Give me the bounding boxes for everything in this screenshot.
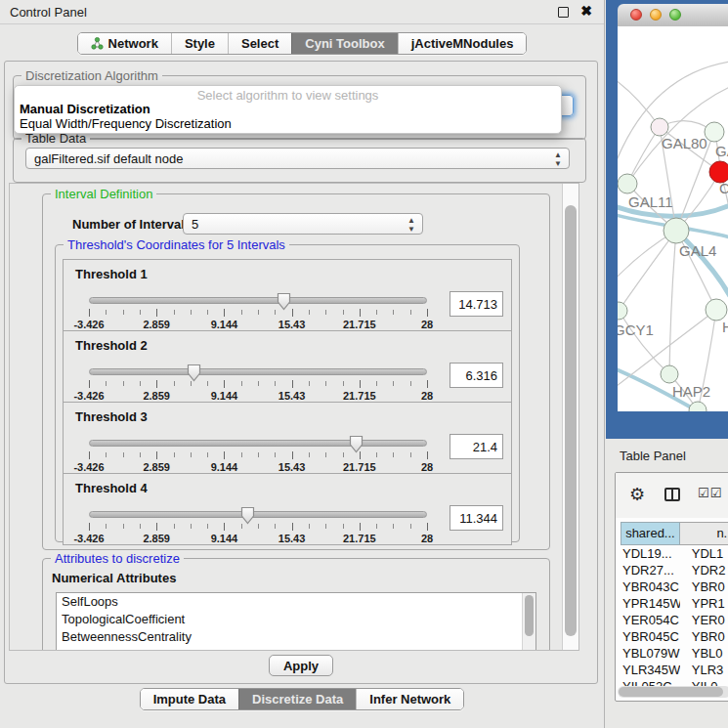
- tab-label: Discretize Data: [252, 692, 343, 707]
- node-right-h[interactable]: [706, 299, 727, 321]
- node-bottom-partial[interactable]: [689, 402, 707, 411]
- table-row[interactable]: YBR043CYBR0: [621, 578, 728, 595]
- node-pink[interactable]: [651, 118, 668, 136]
- network-edge[interactable]: [669, 231, 676, 374]
- slider-track[interactable]: [89, 440, 427, 447]
- select-checkboxes-icon[interactable]: ☑☑: [698, 486, 722, 500]
- apply-button[interactable]: Apply: [269, 655, 333, 676]
- zoom-traffic-light-icon[interactable]: [669, 9, 681, 21]
- slider-track[interactable]: [89, 368, 427, 375]
- cyni-toolbox-pane: Discretization Algorithm Select algorith…: [4, 61, 598, 684]
- threshold-4-slider[interactable]: -3.4262.8599.14415.4321.71528: [89, 506, 427, 541]
- tick-label: 21.715: [343, 461, 376, 473]
- float-window-icon[interactable]: [558, 7, 569, 18]
- slider-ticks: [89, 523, 427, 532]
- tab-style[interactable]: Style: [171, 33, 228, 54]
- threshold-4-panel: Threshold 4-3.4262.8599.14415.4321.71528…: [63, 473, 512, 545]
- tab-impute-data[interactable]: Impute Data: [141, 689, 238, 709]
- tab-jactivemnodules[interactable]: jActiveMNodules: [398, 33, 527, 54]
- network-view-window[interactable]: GAL80GACGAL11GAL4GCY1HHAP2: [606, 0, 728, 439]
- table-row[interactable]: YPR145WYPR1: [621, 595, 728, 612]
- split-column-icon[interactable]: [664, 488, 680, 501]
- close-traffic-light-icon[interactable]: [630, 9, 642, 21]
- settings-vertical-scrollbar[interactable]: [562, 184, 578, 650]
- slider-track[interactable]: [89, 511, 427, 518]
- node-label: C: [719, 180, 728, 196]
- tick-label: 9.144: [211, 390, 238, 402]
- attributes-list-scrollbar[interactable]: [522, 593, 535, 650]
- tab-infer-network[interactable]: Infer Network: [356, 689, 463, 709]
- table-horizontal-scrollbar[interactable]: [618, 686, 728, 698]
- network-canvas[interactable]: GAL80GACGAL11GAL4GCY1HHAP2: [618, 26, 728, 411]
- column-header-2[interactable]: n...: [680, 522, 728, 545]
- table-cell: YBL0: [680, 645, 728, 662]
- table-row[interactable]: YBL079WYBL0: [621, 645, 728, 662]
- close-icon[interactable]: ✖: [580, 3, 592, 19]
- table-cell: YBL079W: [621, 645, 680, 662]
- table-data-combobox[interactable]: galFiltered.sif default node ▲▼: [25, 148, 570, 169]
- slider-thumb[interactable]: [349, 435, 364, 457]
- node-label: H: [722, 319, 728, 335]
- slider-thumb[interactable]: [240, 506, 255, 529]
- threshold-2-slider[interactable]: -3.4262.8599.14415.4321.71528: [89, 364, 427, 399]
- table-panel-widget: ⚙ ☑☑ shared...n...YDL19...YDL1YDR27...YD…: [615, 472, 728, 702]
- threshold-2-value-field[interactable]: 6.316: [450, 363, 503, 388]
- algorithm-option-equal-width[interactable]: Equal Width/Frequency Discretization: [20, 116, 232, 131]
- table-cell: YDR27...: [621, 562, 680, 578]
- threshold-3-panel: Threshold 3-3.4262.8599.14415.4321.71528…: [63, 402, 512, 474]
- slider-thumb[interactable]: [277, 292, 291, 315]
- table-row[interactable]: YBR045CYBR0: [621, 628, 728, 645]
- gear-icon[interactable]: ⚙: [629, 484, 645, 505]
- panel-title: Control Panel: [10, 5, 87, 20]
- network-edge[interactable]: [619, 231, 676, 311]
- table-row[interactable]: YDR27...YDR2: [621, 562, 728, 578]
- threshold-3-slider[interactable]: -3.4262.8599.14415.4321.71528: [89, 435, 427, 470]
- algorithm-option-manual[interactable]: Manual Discretization: [20, 102, 150, 116]
- attribute-list-item[interactable]: BetweennessCentrality: [57, 628, 535, 646]
- tab-select[interactable]: Select: [228, 33, 291, 54]
- table-data-value: galFiltered.sif default node: [34, 151, 183, 166]
- algorithm-placeholder-option[interactable]: Select algorithm to view settings: [15, 88, 561, 103]
- top-tab-bar: NetworkStyleSelectCyni ToolboxjActiveMNo…: [77, 32, 528, 55]
- table-panel-titlebar: Table Panel: [606, 439, 728, 472]
- tick-label: 9.144: [211, 461, 238, 473]
- slider-track[interactable]: [89, 297, 427, 304]
- network-edge[interactable]: [618, 62, 728, 173]
- thresholds-group-title: Threshold's Coordinates for 5 Intervals: [64, 237, 289, 252]
- node-gcy1[interactable]: [618, 302, 627, 320]
- interval-definition-group: Interval Definition Number of Intervals …: [42, 193, 550, 550]
- column-header-1[interactable]: shared...: [621, 522, 680, 545]
- threshold-3-value-field[interactable]: 21.4: [450, 434, 503, 459]
- attribute-list-item[interactable]: TopologicalCoefficient: [57, 611, 535, 628]
- node-label: GAL80: [662, 135, 707, 151]
- tick-label: -3.426: [73, 390, 104, 402]
- threshold-1-slider[interactable]: -3.4262.8599.14415.4321.71528: [89, 292, 427, 327]
- number-of-intervals-combobox[interactable]: 5 ▲▼: [183, 213, 423, 235]
- slider-thumb[interactable]: [187, 364, 201, 386]
- tab-discretize-data[interactable]: Discretize Data: [238, 689, 356, 709]
- tick-label: -3.426: [73, 319, 104, 330]
- tick-label: 15.43: [278, 533, 306, 544]
- node-hap2[interactable]: [661, 365, 678, 383]
- threshold-1-value-field[interactable]: 14.713: [450, 291, 503, 317]
- slider-ticks: [89, 451, 427, 460]
- table-cell: YDL19...: [621, 545, 680, 562]
- node-label: GCY1: [618, 321, 654, 338]
- threshold-4-value-field[interactable]: 11.344: [450, 505, 503, 531]
- node-gal11[interactable]: [618, 174, 637, 193]
- threshold-label: Threshold 4: [75, 481, 148, 495]
- table-row[interactable]: YER054CYER0: [621, 612, 728, 628]
- table-row[interactable]: YDL19...YDL1: [621, 545, 728, 562]
- threshold-2-panel: Threshold 2-3.4262.8599.14415.4321.71528…: [63, 330, 512, 403]
- tab-network[interactable]: Network: [78, 33, 171, 54]
- combo-stepper-icon: ▲▼: [407, 216, 415, 234]
- table-cell: YDR2: [680, 562, 728, 578]
- node-top-right[interactable]: [705, 122, 724, 142]
- table-row[interactable]: YLR345WYLR3: [621, 662, 728, 678]
- bottom-tab-bar: Impute DataDiscretize DataInfer Network: [140, 688, 465, 710]
- minimize-traffic-light-icon[interactable]: [650, 9, 662, 21]
- tab-cyni-toolbox[interactable]: Cyni Toolbox: [291, 33, 397, 54]
- attribute-list-item[interactable]: SelfLoops: [57, 593, 535, 611]
- control-panel: Control Panel ✖ NetworkStyleSelectCyni T…: [0, 0, 605, 728]
- node-gal4[interactable]: [664, 218, 689, 243]
